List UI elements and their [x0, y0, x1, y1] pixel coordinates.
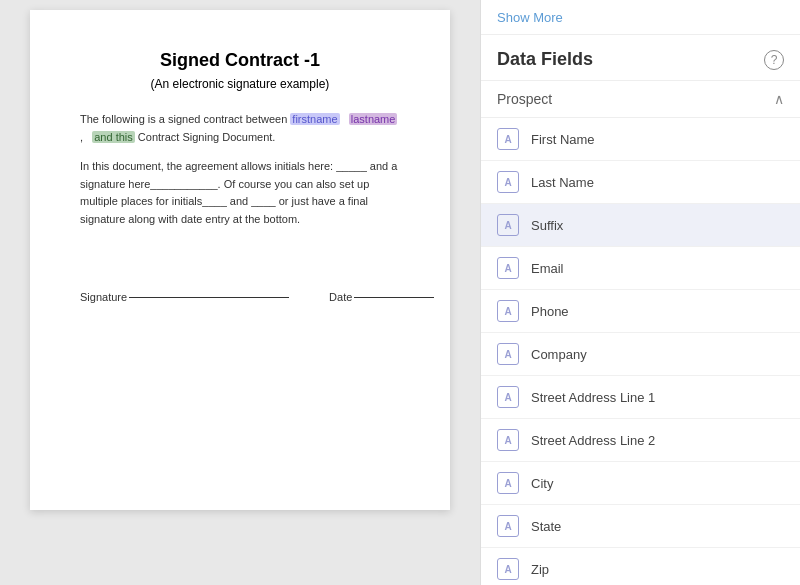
field-label: Suffix: [531, 218, 563, 233]
date-line: [354, 297, 434, 298]
paragraph-2: In this document, the agreement allows i…: [80, 158, 400, 228]
field-type-icon: A: [497, 257, 519, 279]
field-type-icon: A: [497, 558, 519, 580]
fields-list: AFirst NameALast NameASuffixAEmailAPhone…: [481, 118, 800, 585]
para1-before: The following is a signed contract betwe…: [80, 113, 290, 125]
document-panel: Signed Contract -1 (An electronic signat…: [0, 0, 480, 585]
field-type-icon: A: [497, 429, 519, 451]
field-item-company[interactable]: ACompany: [481, 333, 800, 376]
field-item-first-name[interactable]: AFirst Name: [481, 118, 800, 161]
field-item-state[interactable]: AState: [481, 505, 800, 548]
data-fields-header: Data Fields ?: [481, 35, 800, 80]
field-label: Street Address Line 2: [531, 433, 655, 448]
field-type-icon: A: [497, 171, 519, 193]
signature-line: [129, 297, 289, 298]
field-type-icon: A: [497, 515, 519, 537]
document-subtitle: (An electronic signature example): [80, 77, 400, 91]
field-label: Phone: [531, 304, 569, 319]
chevron-up-icon[interactable]: ∧: [774, 91, 784, 107]
date-label: Date: [329, 289, 352, 307]
date-field: Date: [329, 289, 434, 307]
highlight-name2: lastname: [349, 113, 398, 125]
field-label: State: [531, 519, 561, 534]
signature-area: Signature Date: [80, 289, 400, 307]
field-type-icon: A: [497, 214, 519, 236]
right-panel: Show More Data Fields ? Prospect ∧ AFirs…: [480, 0, 800, 585]
document-title: Signed Contract -1: [80, 50, 400, 71]
document-body: The following is a signed contract betwe…: [80, 111, 400, 306]
field-item-zip[interactable]: AZip: [481, 548, 800, 585]
signature-label: Signature: [80, 289, 127, 307]
field-item-street-address-1[interactable]: AStreet Address Line 1: [481, 376, 800, 419]
data-fields-title: Data Fields: [497, 49, 593, 70]
para1-after: Contract Signing Document.: [138, 131, 276, 143]
field-item-phone[interactable]: APhone: [481, 290, 800, 333]
help-icon[interactable]: ?: [764, 50, 784, 70]
paragraph-1: The following is a signed contract betwe…: [80, 111, 400, 146]
field-type-icon: A: [497, 128, 519, 150]
signature-field: Signature: [80, 289, 289, 307]
section-label: Prospect: [497, 91, 552, 107]
field-label: Zip: [531, 562, 549, 577]
field-type-icon: A: [497, 300, 519, 322]
highlight-name1: firstname: [290, 113, 339, 125]
field-type-icon: A: [497, 343, 519, 365]
document-page: Signed Contract -1 (An electronic signat…: [30, 10, 450, 510]
show-more-link[interactable]: Show More: [497, 10, 563, 25]
field-item-email[interactable]: AEmail: [481, 247, 800, 290]
field-label: First Name: [531, 132, 595, 147]
highlight-and-this: and this: [92, 131, 135, 143]
field-label: Street Address Line 1: [531, 390, 655, 405]
field-label: City: [531, 476, 553, 491]
show-more-bar: Show More: [481, 0, 800, 35]
field-item-suffix[interactable]: ASuffix: [481, 204, 800, 247]
field-item-city[interactable]: ACity: [481, 462, 800, 505]
field-item-street-address-2[interactable]: AStreet Address Line 2: [481, 419, 800, 462]
field-item-last-name[interactable]: ALast Name: [481, 161, 800, 204]
field-label: Last Name: [531, 175, 594, 190]
field-label: Company: [531, 347, 587, 362]
prospect-section-header[interactable]: Prospect ∧: [481, 80, 800, 118]
field-type-icon: A: [497, 386, 519, 408]
field-label: Email: [531, 261, 564, 276]
fields-container: Prospect ∧ AFirst NameALast NameASuffixA…: [481, 80, 800, 585]
field-type-icon: A: [497, 472, 519, 494]
